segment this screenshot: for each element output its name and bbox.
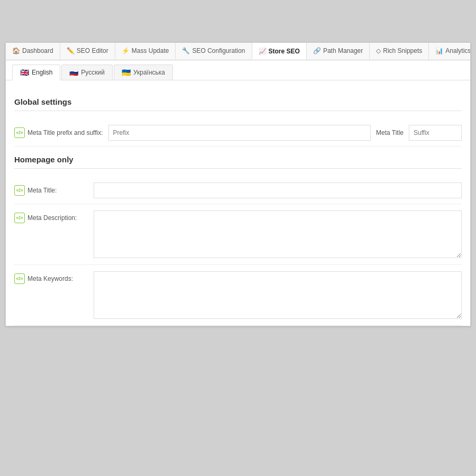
tab-seo-configuration[interactable]: 🔧 SEO Configuration	[176, 43, 252, 60]
homepage-section: Homepage only </> Meta Title: </> Meta D…	[14, 147, 462, 326]
store-seo-icon: 📈	[259, 48, 267, 55]
tab-store-seo[interactable]: 📈 Store SEO	[252, 43, 307, 60]
tab-dashboard[interactable]: 🏠 Dashboard	[6, 43, 60, 60]
path-manager-icon: 🔗	[313, 47, 321, 54]
app-container: 🏠 Dashboard ✏️ SEO Editor ⚡ Mass Update …	[5, 42, 471, 326]
flag-english: 🇬🇧	[20, 68, 29, 77]
global-settings-divider	[14, 111, 462, 111]
flag-russian: 🇷🇺	[69, 68, 78, 77]
homepage-meta-keywords-input[interactable]	[94, 271, 462, 319]
homepage-meta-description-label: </> Meta Description:	[14, 210, 88, 223]
tab-rich-snippets[interactable]: ◇ Rich Snippets	[370, 43, 429, 60]
suffix-input[interactable]	[409, 125, 462, 141]
homepage-meta-title-code-icon: </>	[14, 185, 25, 196]
language-tabs: 🇬🇧 English 🇷🇺 Русский 🇺🇦 Українська	[6, 60, 470, 80]
homepage-title: Homepage only	[14, 155, 462, 164]
meta-title-separator-label: Meta Title	[376, 129, 404, 136]
prefix-input[interactable]	[108, 125, 371, 141]
main-content: Global settings </> Meta Title prefix an…	[6, 80, 470, 326]
flag-ukrainian: 🇺🇦	[122, 68, 131, 77]
seo-configuration-icon: 🔧	[182, 47, 190, 54]
mass-update-icon: ⚡	[122, 47, 130, 54]
lang-tab-ukrainian[interactable]: 🇺🇦 Українська	[114, 65, 173, 80]
homepage-meta-title-label: </> Meta Title:	[14, 185, 88, 196]
rich-snippets-icon: ◇	[376, 47, 381, 54]
prefix-suffix-inputs: Meta Title	[108, 125, 462, 141]
analytics-icon: 📊	[435, 47, 443, 54]
homepage-meta-description-code-icon: </>	[14, 213, 25, 223]
global-settings-title: Global settings	[14, 97, 462, 106]
nav-tabs: 🏠 Dashboard ✏️ SEO Editor ⚡ Mass Update …	[6, 43, 470, 60]
meta-title-prefix-code-icon: </>	[14, 127, 25, 138]
tab-path-manager[interactable]: 🔗 Path Manager	[307, 43, 370, 60]
homepage-meta-title-input[interactable]	[94, 182, 462, 198]
homepage-meta-description-input[interactable]	[94, 210, 462, 258]
tab-analytics[interactable]: 📊 Analytics	[429, 43, 470, 60]
lang-tab-russian[interactable]: 🇷🇺 Русский	[61, 65, 113, 80]
tab-seo-editor[interactable]: ✏️ SEO Editor	[60, 43, 115, 60]
meta-title-prefix-row: </> Meta Title prefix and suffix: Meta T…	[14, 120, 462, 147]
homepage-meta-keywords-label: </> Meta Keywords:	[14, 271, 88, 284]
dashboard-icon: 🏠	[12, 47, 20, 54]
seo-editor-icon: ✏️	[67, 47, 75, 54]
homepage-meta-title-row: </> Meta Title:	[14, 177, 462, 204]
homepage-divider	[14, 168, 462, 169]
homepage-meta-description-row: </> Meta Description:	[14, 204, 462, 265]
meta-title-prefix-label: </> Meta Title prefix and suffix:	[14, 127, 103, 138]
homepage-meta-keywords-code-icon: </>	[14, 273, 25, 284]
homepage-meta-keywords-row: </> Meta Keywords:	[14, 265, 462, 326]
lang-tab-english[interactable]: 🇬🇧 English	[12, 65, 60, 80]
global-settings-section: Global settings </> Meta Title prefix an…	[14, 89, 462, 147]
tab-mass-update[interactable]: ⚡ Mass Update	[115, 43, 176, 60]
